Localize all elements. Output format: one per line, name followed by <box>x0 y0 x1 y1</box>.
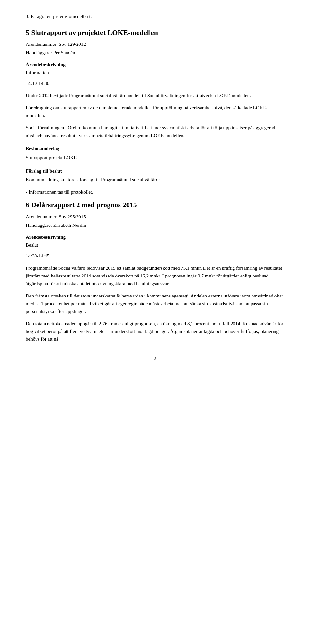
section-6-arendebeskrivning-type: Beslut <box>26 241 284 249</box>
page-container: 3. Paragrafen justeras omedelbart. 5 Slu… <box>0 0 310 644</box>
section-6-time: 14:30-14:45 <box>26 252 284 260</box>
section-5: 5 Slutrapport av projektet LOKE-modellen… <box>26 28 284 196</box>
section-5-forslag-label: Förslag till beslut <box>26 167 284 175</box>
section-5-beslutsunderlag-label: Beslutsunderlag <box>26 145 284 153</box>
intro-paragraph: 3. Paragrafen justeras omedelbart. <box>26 13 284 20</box>
section-6-handlaggare-label: Handläggare: <box>26 223 53 228</box>
section-6-handlaggare: Handläggare: Elisabeth Nordin <box>26 221 284 229</box>
arendenummer-label: Ärendenummer: <box>26 42 59 47</box>
section-5-heading: 5 Slutrapport av projektet LOKE-modellen <box>26 28 284 37</box>
section-6-arendenummer-label: Ärendenummer: <box>26 214 59 219</box>
section-5-arendebeskrivning-type: Information <box>26 69 284 76</box>
section-5-forslag-point: - Informationen tas till protokollet. <box>26 188 284 196</box>
section-6-heading: 6 Delårsrapport 2 med prognos 2015 <box>26 200 284 210</box>
section-5-arendebeskrivning-label: Ärendebeskrivning <box>26 61 284 68</box>
arendenummer-value: Sov 129/2012 <box>59 42 86 47</box>
section-6: 6 Delårsrapport 2 med prognos 2015 Ärend… <box>26 200 284 343</box>
section-6-arendebeskrivning-label: Ärendebeskrivning <box>26 234 284 241</box>
section-6-body2: Den främsta orsaken till det stora under… <box>26 292 284 315</box>
section-6-body1: Programområde Social välfärd redovisar 2… <box>26 264 284 287</box>
handlaggare-label: Handläggare: <box>26 50 53 55</box>
section-5-body1: Under 2012 beviljade Programnämnd social… <box>26 92 284 99</box>
handlaggare-value: Per Sandén <box>53 50 75 55</box>
section-5-body3: Socialförvaltningen i Örebro kommun har … <box>26 124 284 139</box>
section-5-beslutsunderlag-value: Slutrapport projekt LOKE <box>26 154 284 162</box>
section-6-arendenummer-value: Sov 295/2015 <box>59 214 86 219</box>
section-5-handlaggare: Handläggare: Per Sandén <box>26 49 284 56</box>
section-5-body2: Föredragning om slutrapporten av den imp… <box>26 104 284 119</box>
section-6-arendenummer: Ärendenummer: Sov 295/2015 <box>26 213 284 221</box>
section-5-forslag-body: Kommunledningskontorets förslag till Pro… <box>26 176 284 184</box>
section-6-body3: Den totala nettokostnaden uppgår till 2 … <box>26 320 284 343</box>
section-5-time: 14:10-14:30 <box>26 79 284 87</box>
page-number: 2 <box>26 356 284 361</box>
section-5-arendenummer: Ärendenummer: Sov 129/2012 <box>26 40 284 48</box>
section-6-handlaggare-value: Elisabeth Nordin <box>53 223 86 228</box>
